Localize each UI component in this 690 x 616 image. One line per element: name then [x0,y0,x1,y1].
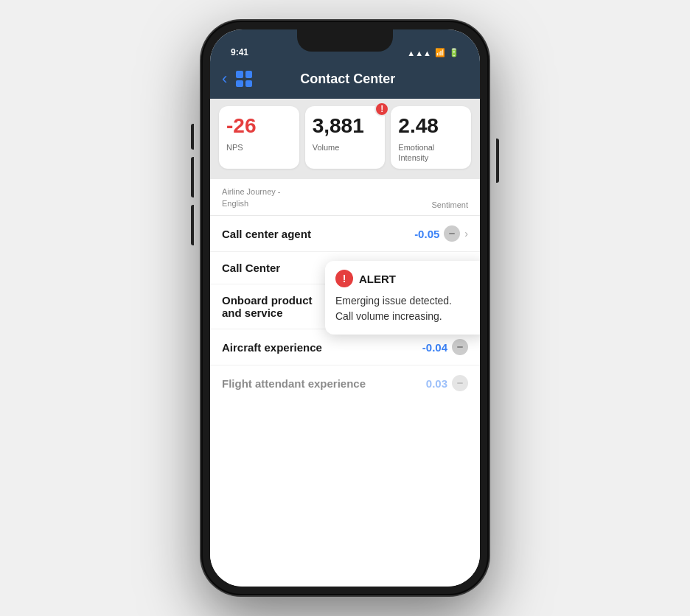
circle-dash-aircraft [457,346,463,348]
nps-value: -26 [226,115,256,138]
grid-icon[interactable] [236,71,252,87]
phone-body: 9:41 ▲▲▲ 📶 🔋 ‹ Contact Center -26 [201,21,489,595]
power-button [496,139,499,183]
table-row[interactable]: Aircraft experience -0.04 [210,329,480,365]
volume-up-button [191,157,194,197]
alert-badge: ! [374,102,389,116]
wifi-icon: 📶 [435,48,445,57]
circle-dash [449,233,455,234]
alert-body: Emerging issue detected.Call volume incr… [335,293,477,324]
table-header-category: Airline Journey - English [222,186,280,209]
volume-value: 3,881 [313,115,364,138]
alert-tooltip: ! ALERT Emerging issue detected.Call vol… [325,261,480,335]
volume-label: Volume [313,142,340,153]
row-label-flight-attendant: Flight attendant experience [222,377,426,390]
alert-icon: ! [335,270,353,287]
row-right-flight-attendant: 0.03 [426,375,468,391]
circle-dash-flight-attendant [457,382,463,384]
ei-label: EmotionalIntensity [398,142,434,164]
row-label-call-center-agent: Call center agent [222,228,414,240]
battery-icon: 🔋 [449,48,459,57]
sentiment-aircraft: -0.04 [422,341,447,354]
row-right-aircraft: -0.04 [422,339,468,355]
metrics-section: -26 NPS ! 3,881 Volume 2.48 EmotionalInt… [210,99,480,179]
ei-value: 2.48 [398,115,439,138]
sentiment-circle-aircraft [452,339,468,355]
row-right-call-center-agent: -0.05 › [414,225,468,242]
table-row[interactable]: Flight attendant experience 0.03 [210,365,480,401]
metric-emotional-intensity[interactable]: 2.48 EmotionalIntensity [391,106,471,169]
silent-button [191,124,194,150]
metric-volume[interactable]: ! 3,881 Volume [305,106,386,169]
back-button[interactable]: ‹ [222,69,227,88]
alert-title: ALERT [359,273,396,285]
phone-screen: 9:41 ▲▲▲ 📶 🔋 ‹ Contact Center -26 [210,29,480,587]
sentiment-call-center-agent: -0.05 [414,228,439,240]
sentiment-circle [444,225,460,242]
sentiment-flight-attendant: 0.03 [426,377,447,390]
notch [297,29,393,52]
alert-row-container: Call Center ! ALERT Emerging issue detec… [210,252,480,284]
app-header: ‹ Contact Center [210,62,480,99]
status-icons: ▲▲▲ 📶 🔋 [407,48,459,57]
row-label-aircraft: Aircraft experience [222,341,422,354]
table-header: Airline Journey - English Sentiment [210,179,480,216]
content-area: Airline Journey - English Sentiment Call… [210,179,480,587]
chevron-right-icon: › [464,228,468,239]
volume-down-button [191,205,194,245]
signal-icon: ▲▲▲ [407,49,431,57]
metric-nps[interactable]: -26 NPS [219,106,299,169]
page-title: Contact Center [261,71,434,87]
alert-header: ! ALERT [335,270,477,287]
status-time: 9:41 [231,47,248,57]
table-row[interactable]: Call center agent -0.05 › [210,216,480,252]
table-header-sentiment: Sentiment [431,200,468,209]
nps-label: NPS [226,142,243,153]
sentiment-circle-flight-attendant [452,375,468,391]
phone-frame: 9:41 ▲▲▲ 📶 🔋 ‹ Contact Center -26 [201,21,489,595]
